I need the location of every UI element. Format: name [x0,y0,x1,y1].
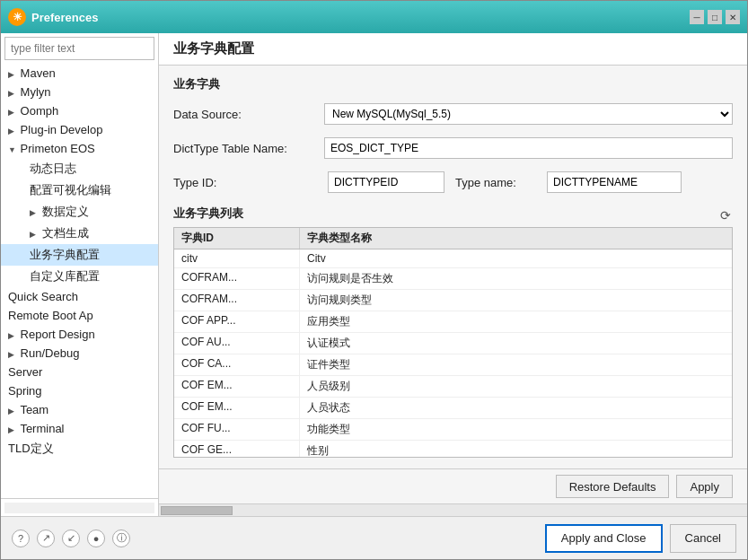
sidebar-item-tld[interactable]: TLD定义 [1,438,158,459]
section-dict-title: 业务字典 [173,76,733,92]
arrow-icon: ▶ [8,331,17,340]
cancel-button[interactable]: Cancel [670,524,736,553]
title-bar: ☀ Preferences ─ □ ✕ [1,1,747,33]
table-row[interactable]: COF EM...人员状态 [174,398,732,419]
arrow-icon: ▶ [8,407,17,416]
table-row[interactable]: COFRAM...访问规则是否生效 [174,268,732,290]
close-button[interactable]: ✕ [726,10,740,24]
restore-defaults-button[interactable]: Restore Defaults [556,475,670,498]
export-icon[interactable]: ↗ [37,529,55,547]
sidebar-item-data-def[interactable]: ▶ 数据定义 [1,201,158,223]
cell-dictid: COFRAM... [174,290,300,311]
import-icon[interactable]: ↙ [62,529,80,547]
panel-body: 业务字典 Data Source: New MySQL(MySql_5.5) D… [159,66,747,468]
typeid-group [328,171,444,193]
cell-typename: 证件类型 [300,354,732,375]
preferences-window: ☀ Preferences ─ □ ✕ ▶ Maven ▶ Mylyn ▶ Oo… [0,0,748,560]
dicttype-input[interactable] [324,137,733,159]
window-title: Preferences [31,11,98,24]
dicttype-label: DictType Table Name: [173,142,317,155]
sidebar-item-custom-lib[interactable]: 自定义库配置 [1,266,158,287]
cell-typename: 访问规则是否生效 [300,268,732,289]
bottom-bar: ? ↗ ↙ ● ⓘ Apply and Close Cancel [1,516,747,559]
cell-dictid: COF FU... [174,419,300,440]
cell-typename: 应用类型 [300,311,732,332]
apply-button[interactable]: Apply [676,475,733,498]
arrow-icon: ▶ [8,127,17,136]
sidebar-item-maven[interactable]: ▶ Maven [1,64,158,83]
help-icon[interactable]: ? [12,529,30,547]
cell-typename: 访问规则类型 [300,290,732,311]
table-row[interactable]: COF FU...功能类型 [174,419,732,441]
datasource-row: Data Source: New MySQL(MySql_5.5) [173,103,733,125]
sidebar-bottom [1,498,158,516]
sidebar-horizontal-scrollbar[interactable] [4,503,154,513]
table-row[interactable]: COF AU...认证模式 [174,333,732,354]
arrow-icon: ▶ [30,230,39,239]
sidebar-tree: ▶ Maven ▶ Mylyn ▶ Oomph ▶ Plug-in Develo… [1,64,158,498]
sidebar-item-team[interactable]: ▶ Team [1,400,158,419]
cell-typename: 人员状态 [300,398,732,418]
col-typename-header: 字典类型名称 [300,228,732,249]
record-icon[interactable]: ● [87,529,105,547]
cell-dictid: COF EM... [174,376,300,397]
arrow-icon: ▶ [8,89,17,98]
table-body[interactable]: citvCitvCOFRAM...访问规则是否生效COFRAM...访问规则类型… [174,249,732,457]
table-section: 业务字典列表 ⟳ 字典ID 字典类型名称 citvCitvCOFRAM...访问… [173,206,733,458]
cell-dictid: COF AU... [174,333,300,354]
sidebar-item-server[interactable]: Server [1,363,158,381]
info-icon[interactable]: ⓘ [112,529,130,547]
app-icon: ☀ [8,8,26,26]
dicttype-value [324,137,733,159]
apply-and-close-button[interactable]: Apply and Close [545,524,663,553]
typename-label: Type name: [455,176,536,189]
sidebar-item-spring[interactable]: Spring [1,381,158,400]
typename-input[interactable] [547,171,682,193]
datasource-value: New MySQL(MySql_5.5) [324,103,733,125]
sidebar-item-remoteboot[interactable]: Remote Boot Ap [1,306,158,325]
minimize-button[interactable]: ─ [690,10,704,24]
sidebar-item-mylyn[interactable]: ▶ Mylyn [1,83,158,101]
table-row[interactable]: COF EM...人员级别 [174,376,732,398]
main-content: ▶ Maven ▶ Mylyn ▶ Oomph ▶ Plug-in Develo… [1,33,747,516]
typename-group [547,171,682,193]
arrow-icon: ▶ [8,108,17,117]
table-row[interactable]: COF GE...性别 [174,441,732,457]
cell-dictid: COF EM... [174,398,300,418]
datasource-select[interactable]: New MySQL(MySql_5.5) [324,103,733,125]
dict-table: 字典ID 字典类型名称 citvCitvCOFRAM...访问规则是否生效COF… [173,227,733,458]
sidebar-item-plugin[interactable]: ▶ Plug-in Develop [1,120,158,139]
scrollbar-thumb [161,506,233,515]
sidebar-item-rundebug[interactable]: ▶ Run/Debug [1,344,158,363]
panel-actions: Restore Defaults Apply [159,468,747,503]
sidebar-item-dict-config[interactable]: 业务字典配置 [1,244,158,266]
table-row[interactable]: citvCitv [174,249,732,268]
panel-scrollbar-h[interactable] [159,503,747,516]
table-header-row: 业务字典列表 ⟳ [173,206,733,225]
sidebar-item-oomph[interactable]: ▶ Oomph [1,101,158,120]
sidebar-item-terminal[interactable]: ▶ Terminal [1,419,158,438]
sidebar-item-config-vis[interactable]: 配置可视化编辑 [1,179,158,201]
sidebar-item-log[interactable]: 动态日志 [1,158,158,179]
sidebar: ▶ Maven ▶ Mylyn ▶ Oomph ▶ Plug-in Develo… [1,33,159,516]
table-row[interactable]: COFRAM...访问规则类型 [174,290,732,311]
sidebar-item-quicksearch[interactable]: Quick Search [1,287,158,306]
arrow-icon: ▼ [8,145,17,154]
arrow-icon: ▶ [30,208,39,217]
sidebar-item-primeton[interactable]: ▼ Primeton EOS [1,139,158,158]
dicttype-row: DictType Table Name: [173,137,733,159]
sidebar-item-doc-gen[interactable]: ▶ 文档生成 [1,223,158,244]
window-controls: ─ □ ✕ [690,10,740,24]
filter-input[interactable] [4,37,154,60]
sidebar-item-reportdesign[interactable]: ▶ Report Design [1,325,158,344]
cell-dictid: COF GE... [174,441,300,457]
table-row[interactable]: COF APP...应用类型 [174,311,732,333]
table-row[interactable]: COF CA...证件类型 [174,354,732,376]
maximize-button[interactable]: □ [708,10,722,24]
typeid-input[interactable] [328,171,444,193]
cell-typename: Citv [300,249,732,267]
table-header: 字典ID 字典类型名称 [174,228,732,249]
refresh-button[interactable]: ⟳ [718,206,733,224]
cell-dictid: citv [174,249,300,267]
arrow-icon: ▶ [8,425,17,434]
